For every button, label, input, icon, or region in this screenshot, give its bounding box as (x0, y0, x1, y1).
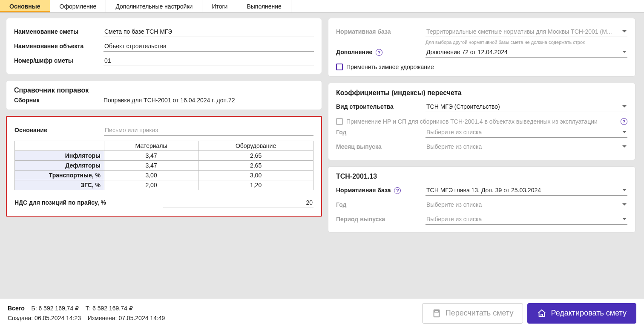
tsn13-base-select[interactable]: ТСН МГЭ глава 13. Доп. 39 от 25.03.2024 (426, 185, 627, 196)
footer: Всего Б: 6 592 169,74 ₽ Т: 6 592 169,74 … (0, 299, 644, 327)
calculator-icon (432, 309, 441, 318)
recalc-button[interactable]: Пересчитать смету (422, 303, 523, 324)
nrsp-label: Применение НР и СП для сборников ТСН-200… (346, 118, 615, 125)
table-header: Оборудование (198, 141, 313, 151)
created-value: 06.05.2024 14:23 (34, 315, 81, 321)
chevron-down-icon (622, 131, 627, 133)
help-icon[interactable]: ? (394, 187, 401, 194)
help-icon[interactable]: ? (621, 118, 627, 125)
tsn13-year-select[interactable]: Выберите из списка (426, 200, 627, 210)
corrections-sub-value: Поправки для ТСН-2001 от 16.04.2024 г. д… (104, 97, 235, 104)
estimate-name-input[interactable]: Смета по базе ТСН МГЭ (104, 26, 314, 37)
table-row: ЗГС, % 2,00 1,20 (15, 180, 313, 190)
basis-table: Материалы Оборудование Инфляторы 3,47 2,… (14, 141, 313, 190)
house-edit-icon (537, 309, 546, 318)
table-header: Материалы (104, 141, 198, 151)
cell[interactable]: 2,65 (198, 151, 313, 161)
tsn13-title: ТСН-2001.13 (336, 173, 627, 180)
tsn13-base-label: Нормативная база ? (336, 187, 426, 194)
chevron-down-icon (622, 51, 627, 53)
card-normative: Нормативная база Территориальные сметные… (328, 18, 635, 77)
table-row: Дефляторы 3,47 2,65 (15, 161, 313, 171)
cell[interactable]: 2,65 (198, 161, 313, 171)
estimate-number-input[interactable]: 01 (104, 55, 314, 66)
norm-base-hint: Для выбора другой нормативной базы смета… (426, 40, 627, 45)
norm-add-select[interactable]: Дополнение 72 от 12.04.2024 (426, 47, 627, 58)
cell[interactable]: 3,47 (104, 161, 198, 171)
cell[interactable]: 1,20 (198, 180, 313, 190)
card-corrections: Справочник поправок Сборник Поправки для… (6, 80, 322, 110)
svg-rect-1 (434, 310, 438, 312)
norm-base-select[interactable]: Территориальные сметные нормативы для Мо… (426, 26, 627, 37)
tab-design[interactable]: Оформление (50, 0, 106, 12)
object-name-label: Наименование объекта (14, 43, 104, 49)
cell[interactable]: 2,00 (104, 180, 198, 190)
chevron-down-icon (622, 145, 627, 148)
norm-add-label: Дополнение ? (336, 49, 426, 56)
winter-checkbox[interactable] (336, 64, 343, 70)
total-label: Всего (8, 305, 25, 312)
tab-totals[interactable]: Итоги (202, 0, 237, 12)
tab-execution[interactable]: Выполнение (237, 0, 291, 12)
tabs-container: Основные Оформление Дополнительные настр… (0, 0, 644, 13)
total-b: Б: 6 592 169,74 ₽ (31, 305, 79, 312)
coef-month-label: Месяц выпуска (336, 143, 426, 150)
vat-label: НДС для позиций по прайсу, % (14, 199, 163, 206)
tsn13-period-label: Период выпуска (336, 216, 426, 223)
winter-label: Применить зимнее удорожание (346, 64, 434, 70)
coef-title: Коэффициенты (индексы) пересчета (336, 89, 627, 97)
tab-main[interactable]: Основные (0, 0, 50, 12)
card-tsn13: ТСН-2001.13 Нормативная база ? ТСН МГЭ г… (328, 166, 635, 233)
cell[interactable]: 3,47 (104, 151, 198, 161)
coef-type-select[interactable]: ТСН МГЭ (Строительство) (426, 101, 627, 112)
coef-month-select[interactable]: Выберите из списка (426, 142, 627, 152)
created-label: Создана: (8, 315, 33, 321)
table-row: Инфляторы 3,47 2,65 (15, 151, 313, 161)
edit-button[interactable]: Редактировать смету (527, 303, 636, 324)
basis-label: Основание (14, 127, 104, 133)
coef-year-select[interactable]: Выберите из списка (426, 127, 627, 138)
chevron-down-icon (622, 218, 627, 220)
coef-year-label: Год (336, 129, 426, 136)
chevron-down-icon (622, 203, 627, 205)
nrsp-checkbox (336, 118, 343, 125)
card-basis: Основание Письмо или приказ Материалы Об… (6, 116, 322, 217)
card-coefficients: Коэффициенты (индексы) пересчета Вид стр… (328, 83, 635, 160)
chevron-down-icon (622, 105, 627, 107)
tab-additional[interactable]: Дополнительные настройки (106, 0, 202, 12)
tsn13-year-label: Год (336, 201, 426, 208)
object-name-input[interactable]: Объект строительства (104, 41, 314, 52)
modified-label: Изменена: (88, 315, 117, 321)
chevron-down-icon (622, 189, 627, 191)
table-row: Транспортные, % 3,00 3,00 (15, 171, 313, 180)
chevron-down-icon (622, 30, 627, 32)
corrections-title: Справочник поправок (14, 87, 314, 94)
corrections-sub-label: Сборник (14, 97, 104, 104)
estimate-name-label: Наименование сметы (14, 28, 104, 35)
basis-input[interactable]: Письмо или приказ (104, 125, 313, 136)
cell[interactable]: 3,00 (198, 171, 313, 180)
cell[interactable]: 3,00 (104, 171, 198, 180)
modified-value: 07.05.2024 14:49 (118, 315, 165, 321)
card-estimate-info: Наименование сметы Смета по базе ТСН МГЭ… (6, 18, 322, 74)
tsn13-period-select[interactable]: Выберите из списка (426, 214, 627, 225)
vat-input[interactable]: 20 (163, 197, 313, 208)
total-t: Т: 6 592 169,74 ₽ (86, 305, 133, 312)
help-icon[interactable]: ? (376, 49, 382, 56)
norm-base-label: Нормативная база (336, 28, 426, 35)
coef-type-label: Вид строительства (336, 103, 426, 110)
estimate-number-label: Номер/шифр сметы (14, 57, 104, 64)
